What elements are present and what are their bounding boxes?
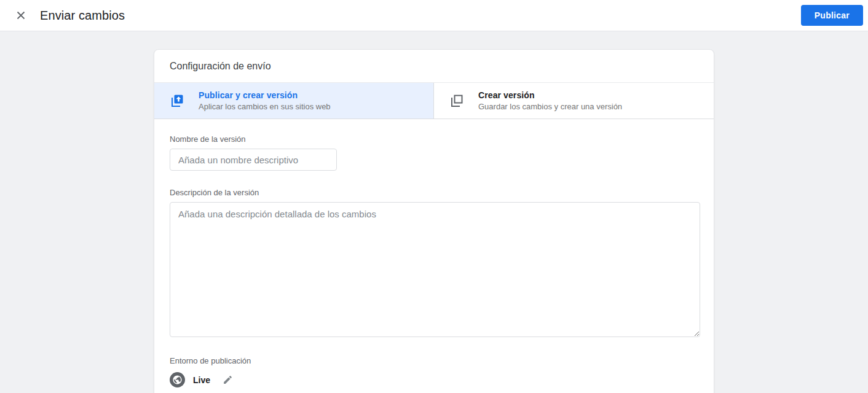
environment-label: Entorno de publicación [170,356,698,365]
publish-button[interactable]: Publicar [801,5,863,26]
globe-icon [172,375,183,385]
version-description-textarea[interactable] [170,202,700,337]
tab-title: Publicar y crear versión [199,90,331,100]
tab-create-version[interactable]: Crear versión Guardar los cambios y crea… [434,83,714,119]
environment-group: Entorno de publicación Live [170,356,698,387]
environment-row: Live [170,372,698,387]
version-description-group: Descripción de la versión [170,188,698,340]
environment-avatar [170,372,185,387]
submission-config-card: Configuración de envío Publicar y crear … [154,49,714,393]
pencil-icon [223,375,233,385]
top-bar: Enviar cambios Publicar [0,0,868,31]
publish-upload-icon [170,93,184,108]
card-header: Configuración de envío [154,50,714,83]
tab-subtitle: Guardar los cambios y crear una versión [478,102,622,111]
version-description-label: Descripción de la versión [170,188,698,197]
submission-type-tabs: Publicar y crear versión Aplicar los cam… [154,83,714,119]
page-title: Enviar cambios [40,9,125,23]
close-icon [14,9,28,22]
tab-publish-and-create-version[interactable]: Publicar y crear versión Aplicar los cam… [154,83,434,119]
card-body: Nombre de la versión Descripción de la v… [154,119,714,393]
copy-pages-icon [449,93,464,108]
tab-subtitle: Aplicar los cambios en sus sitios web [199,102,331,111]
tab-title: Crear versión [478,90,622,100]
version-name-label: Nombre de la versión [170,134,698,144]
close-button[interactable] [10,4,32,26]
version-name-group: Nombre de la versión [170,134,698,171]
card-title: Configuración de envío [170,61,271,72]
environment-name: Live [193,375,210,385]
tab-text-block: Publicar y crear versión Aplicar los cam… [199,90,331,111]
tab-text-block: Crear versión Guardar los cambios y crea… [478,90,622,111]
environment-edit-button[interactable] [223,375,233,385]
version-name-input[interactable] [170,149,337,171]
